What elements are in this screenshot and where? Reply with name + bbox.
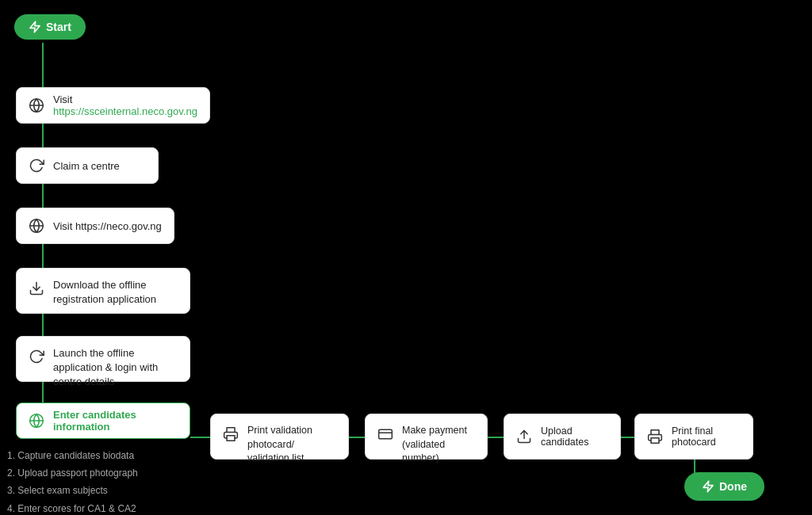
box-download: Download the offline registration applic…	[16, 268, 190, 314]
connector-visit1-claim	[42, 124, 44, 149]
done-button[interactable]: Done	[684, 472, 764, 501]
candidates-icon	[28, 412, 45, 429]
box-print-validation-label: Print validation photocard/ validation l…	[247, 424, 337, 466]
box-claim: Claim a centre	[16, 147, 159, 184]
box-payment-label: Make payment (validated number)	[402, 424, 476, 466]
start-label: Start	[46, 21, 71, 33]
box-visit2: Visit https://neco.gov.ng	[16, 208, 174, 244]
box-visit1: Visit https://ssceinternal.neco.gov.ng	[16, 87, 210, 124]
svg-rect-8	[227, 436, 235, 441]
print-icon-2	[646, 428, 664, 445]
visit1-link: https://ssceinternal.neco.gov.ng	[53, 105, 197, 117]
sub-item-3: 3. Select exam subjects	[7, 482, 138, 499]
connector-launch-candidates	[42, 382, 44, 404]
connector-claim-visit2	[42, 184, 44, 209]
payment-icon	[377, 425, 394, 443]
start-button[interactable]: Start	[14, 14, 86, 40]
box-visit1-label: Visit https://ssceinternal.neco.gov.ng	[53, 93, 198, 117]
refresh-icon	[28, 157, 45, 174]
globe-icon-2	[28, 217, 45, 235]
sub-item-1: 1. Capture candidates biodata	[7, 447, 138, 464]
connector-payment-upload	[488, 437, 505, 438]
done-label: Done	[719, 480, 747, 493]
box-launch-label: Launch the offline application & login w…	[53, 346, 178, 390]
flowchart: Start Visit https://ssceinternal.neco.go…	[0, 0, 812, 515]
download-icon	[28, 280, 45, 297]
svg-marker-0	[30, 21, 40, 32]
svg-rect-12	[651, 438, 659, 444]
box-visit2-label: Visit https://neco.gov.ng	[53, 220, 162, 232]
box-upload-label: Upload candidates	[541, 425, 609, 448]
box-print-validation: Print validation photocard/ validation l…	[210, 414, 349, 460]
sub-list: 1. Capture candidates biodata 2. Upload …	[7, 447, 138, 515]
svg-rect-9	[379, 429, 393, 439]
connector-print-payment	[349, 437, 366, 438]
lightning-icon	[29, 21, 41, 33]
svg-marker-13	[703, 481, 713, 491]
box-upload: Upload candidates	[504, 414, 621, 460]
box-print-final-label: Print final photocard	[672, 425, 741, 448]
box-candidates: Enter candidates information	[16, 402, 190, 439]
sub-item-4: 4. Enter scores for CA1 & CA2	[7, 500, 138, 515]
sub-item-2: 2. Upload passport photograph	[7, 464, 138, 482]
box-claim-label: Claim a centre	[53, 160, 120, 172]
globe-icon-1	[28, 97, 45, 114]
box-payment: Make payment (validated number)	[365, 414, 488, 460]
box-launch: Launch the offline application & login w…	[16, 336, 190, 382]
lightning-done-icon	[702, 480, 714, 493]
connector-visit2-download	[42, 244, 44, 269]
box-download-label: Download the offline registration applic…	[53, 278, 178, 307]
connector-download-launch	[42, 314, 44, 338]
connector-start-visit1	[42, 43, 44, 89]
box-print-final: Print final photocard	[634, 414, 753, 460]
launch-icon	[28, 348, 45, 365]
box-candidates-label: Enter candidates information	[53, 409, 178, 433]
upload-icon	[515, 428, 533, 445]
print-icon-1	[222, 425, 239, 443]
connector-candidates-right	[190, 437, 212, 438]
